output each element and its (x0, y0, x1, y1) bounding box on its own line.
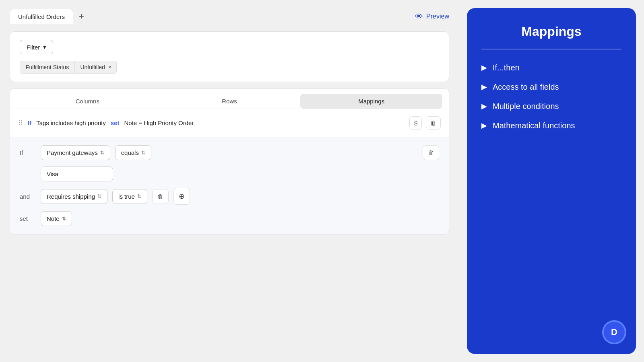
visa-input[interactable] (41, 167, 113, 181)
tab-label: Unfulfilled Orders (18, 13, 65, 20)
delete-condition-button[interactable]: 🗑 (423, 145, 439, 160)
list-item: ▶ If...then (481, 62, 621, 73)
list-item: ▶ Mathematical functions (481, 120, 621, 131)
requires-shipping-select[interactable]: Requires shipping ⇅ (41, 189, 107, 204)
equals-select[interactable]: equals ⇅ (115, 145, 151, 160)
item-label-1[interactable]: If...then (493, 62, 520, 73)
copy-button-1[interactable]: ⎘ (409, 116, 422, 130)
if-label-1: If (28, 119, 31, 126)
if-label-2: If (20, 149, 36, 156)
remove-filter-button[interactable]: × (108, 64, 111, 70)
item-label-4[interactable]: Mathematical functions (493, 120, 575, 131)
play-icon-2: ▶ (481, 82, 487, 91)
filter-button[interactable]: Filter ▾ (20, 40, 53, 54)
field3-text: Requires shipping (47, 193, 95, 200)
note-field-text: Note (47, 215, 60, 222)
payment-gateways-select[interactable]: Payment gateways ⇅ (41, 145, 110, 160)
value-row (20, 167, 439, 181)
active-tab[interactable]: Unfulfilled Orders (10, 9, 73, 24)
is-true-select[interactable]: is true ⇅ (112, 189, 147, 204)
filter-tag-value: Unfulfilled × (75, 61, 117, 74)
set-row: set Note ⇅ (20, 211, 439, 226)
eye-icon: 👁 (415, 12, 423, 21)
filter-label: Filter (27, 44, 40, 51)
set-label-2: set (20, 215, 36, 222)
chevron-up-down-icon-5: ⇅ (62, 216, 66, 222)
mappings-list: ▶ If...then ▶ Access to all fields ▶ Mul… (481, 62, 621, 131)
and-label: and (20, 193, 36, 200)
chevron-up-down-icon-2: ⇅ (141, 150, 145, 156)
field4-text: is true (118, 193, 135, 200)
preview-button[interactable]: 👁 Preview (415, 12, 449, 21)
tab-columns[interactable]: Columns (17, 94, 159, 109)
field1-text: Payment gateways (47, 149, 98, 156)
list-item: ▶ Multiple conditions (481, 101, 621, 111)
and-condition-row: and Requires shipping ⇅ is true ⇅ 🗑 ⊕ (20, 188, 439, 205)
delete-and-condition-button[interactable]: 🗑 (152, 189, 169, 204)
d-badge: D (602, 320, 626, 344)
filter-tag-label: Fulfillment Status (20, 61, 75, 74)
chevron-up-down-icon-4: ⇅ (137, 193, 141, 199)
mappings-card: Columns Rows Mappings ⠿ If Tags includes… (10, 88, 449, 234)
drag-handle-icon[interactable]: ⠿ (18, 119, 23, 127)
delete-button-1[interactable]: 🗑 (426, 116, 441, 130)
note-field-select[interactable]: Note ⇅ (41, 211, 72, 226)
preview-label: Preview (426, 13, 449, 20)
filter-tag-text: Unfulfilled (80, 64, 105, 70)
divider (481, 49, 621, 49)
tab-mappings[interactable]: Mappings (300, 94, 442, 109)
play-icon-3: ▶ (481, 102, 487, 111)
chevron-up-down-icon-3: ⇅ (97, 193, 101, 199)
play-icon-4: ▶ (481, 121, 487, 130)
chevron-down-icon: ▾ (43, 43, 46, 51)
row-1-actions: ⎘ 🗑 (409, 116, 441, 130)
mappings-title: Mappings (481, 24, 621, 39)
play-icon-1: ▶ (481, 63, 487, 72)
mapping-row-1: ⠿ If Tags includes high priority set Not… (10, 109, 449, 137)
set-label-1: set (111, 119, 120, 126)
add-tab-button[interactable]: + (73, 8, 90, 25)
condition-text-1: Tags includes high priority (36, 119, 106, 126)
filter-card: Filter ▾ Fulfillment Status Unfulfilled … (10, 31, 449, 82)
right-panel: Mappings ▶ If...then ▶ Access to all fie… (467, 8, 636, 354)
filter-tag: Fulfillment Status Unfulfilled × (20, 61, 439, 74)
mapping-row-2-expanded: If Payment gateways ⇅ equals ⇅ 🗑 a (10, 137, 449, 234)
note-text-1: Note = High Priority Order (124, 119, 194, 126)
item-label-3[interactable]: Multiple conditions (493, 101, 559, 111)
field2-text: equals (121, 149, 139, 156)
add-condition-button[interactable]: ⊕ (173, 188, 190, 205)
d-badge-letter: D (604, 322, 625, 343)
item-label-2[interactable]: Access to all fields (493, 82, 559, 92)
if-condition-row: If Payment gateways ⇅ equals ⇅ 🗑 (20, 145, 439, 160)
chevron-up-down-icon-1: ⇅ (100, 150, 104, 156)
list-item: ▶ Access to all fields (481, 82, 621, 92)
tab-rows[interactable]: Rows (159, 94, 301, 109)
